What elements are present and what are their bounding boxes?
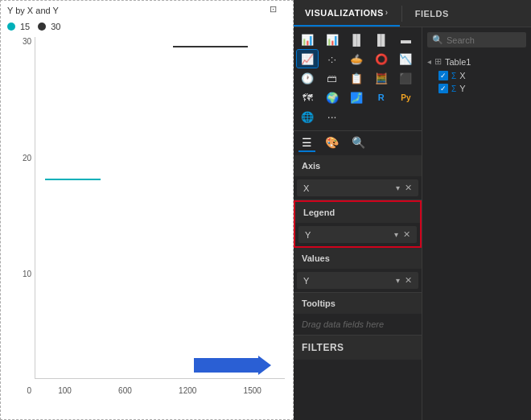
y-label-0: 0 — [17, 386, 33, 395]
collapse-icon: ◂ — [427, 57, 431, 66]
values-section: Values Y ▾ ✕ — [294, 248, 422, 293]
viz-chevron: › — [385, 8, 389, 17]
globe-map-icon[interactable]: 🌐 — [297, 108, 318, 126]
arrow-body — [194, 358, 258, 373]
legend-header: Legend — [295, 202, 420, 223]
legend-dot-2 — [38, 23, 46, 31]
100pct-bar-icon[interactable]: ▬ — [395, 31, 416, 48]
line-series-dark — [173, 46, 248, 47]
tooltips-header: Tooltips — [294, 293, 422, 314]
viz-left-panel: 📊 📊 ▐▌ ▐▌ ▬ 📈 ·:· 🥧 ⭕ 📉 🕐 🗃 📋 🧮 ⬛ 🗺 — [294, 27, 422, 420]
table-viz-icon[interactable]: 📋 — [346, 69, 367, 87]
legend-remove-icon[interactable]: ✕ — [403, 229, 410, 240]
x-label-600: 600 — [118, 386, 132, 395]
viz-icons-grid: 📊 📊 ▐▌ ▐▌ ▬ 📈 ·:· 🥧 ⭕ 📉 🕐 🗃 📋 🧮 ⬛ 🗺 — [294, 27, 422, 129]
legend-value-2: 30 — [51, 22, 60, 31]
field-item-x: ✓ Σ X — [438, 69, 526, 82]
arrow-tip — [258, 356, 271, 375]
table-icon: ⊞ — [434, 56, 442, 67]
waterfall-icon[interactable]: ⬛ — [395, 69, 416, 87]
column-chart-icon[interactable]: ▐▌ — [346, 31, 367, 48]
field-checkbox-y[interactable]: ✓ — [438, 84, 448, 93]
y-label-20: 20 — [17, 154, 33, 163]
fields-search-input[interactable] — [447, 35, 511, 45]
axis-header: Axis — [294, 155, 422, 176]
x-label-100: 100 — [58, 386, 72, 395]
gauge-icon[interactable]: 🕐 — [297, 69, 318, 87]
line-series-teal — [45, 179, 100, 180]
right-panel: VISUALIZATIONS › FIELDS 📊 📊 ▐▌ ▐▌ ▬ 📈 ·:… — [294, 0, 531, 420]
fields-search-box[interactable]: 🔍 — [427, 32, 526, 47]
shape-map-icon[interactable]: 🗾 — [346, 89, 367, 106]
axis-field-value: X — [303, 183, 396, 193]
x-label-1200: 1200 — [179, 386, 196, 395]
legend-field-row: Y ▾ ✕ — [298, 226, 417, 243]
axis-field-icons: ▾ ✕ — [396, 183, 412, 193]
line-scatter-icon[interactable]: 📈 — [297, 50, 318, 68]
values-field-row: Y ▾ ✕ — [297, 272, 418, 289]
panel-divider — [401, 6, 402, 22]
x-label-1500: 1500 — [244, 386, 261, 395]
format-panel: Axis X ▾ ✕ Legend Y ▾ — [294, 155, 422, 420]
more-visuals-icon[interactable]: ··· — [322, 108, 343, 126]
stacked-bar-icon[interactable]: 📊 — [322, 31, 343, 48]
axis-section: Axis X ▾ ✕ — [294, 155, 422, 200]
donut-icon[interactable]: ⭕ — [371, 50, 392, 68]
filters-header: FILTERS — [294, 336, 422, 360]
chart-canvas: 30 20 10 0 100 600 1200 1500 — [17, 37, 285, 395]
filled-map-icon[interactable]: 🌍 — [322, 89, 343, 106]
field-item-y: ✓ Σ Y — [438, 82, 526, 95]
values-remove-icon[interactable]: ✕ — [405, 275, 412, 286]
table1-header[interactable]: ◂ ⊞ Table1 — [427, 54, 526, 69]
search-icon: 🔍 — [432, 35, 443, 45]
field-sigma-y: Σ — [451, 84, 456, 93]
fields-panel: 🔍 ◂ ⊞ Table1 ✓ Σ X ✓ Σ — [422, 27, 531, 420]
values-chevron-icon[interactable]: ▾ — [396, 276, 400, 285]
x-axis-labels: 100 600 1200 1500 — [35, 379, 285, 395]
values-header: Values — [294, 248, 422, 269]
legend-field-icons: ▾ ✕ — [394, 229, 410, 240]
map-icon[interactable]: 🗺 — [297, 89, 318, 106]
axis-chevron-icon[interactable]: ▾ — [396, 183, 400, 192]
chart-panel: Y by X and Y ⊡ 15 30 30 20 10 0 100 600 … — [0, 0, 294, 420]
y-label-30: 30 — [17, 37, 33, 46]
viz-format-tools: ☰ 🎨 🔍 — [294, 130, 422, 155]
field-checkbox-x[interactable]: ✓ — [438, 71, 448, 80]
panel-header: VISUALIZATIONS › FIELDS — [294, 0, 531, 27]
y-axis-labels: 30 20 10 0 — [17, 37, 33, 395]
analytics-tool-icon[interactable]: 🔍 — [348, 134, 368, 152]
legend-section: Legend Y ▾ ✕ — [294, 200, 422, 248]
chart-title: Y by X and Y — [7, 6, 59, 15]
table-name: Table1 — [445, 57, 471, 67]
tooltips-section: Tooltips Drag data fields here — [294, 293, 422, 336]
chart-legend: 15 30 — [7, 22, 61, 31]
stacked-col-icon[interactable]: ▐▌ — [371, 31, 392, 48]
chart-plot — [35, 37, 285, 379]
field-name-x: X — [459, 71, 465, 80]
python-visual-icon[interactable]: Py — [395, 89, 416, 106]
funnel-icon[interactable]: 📉 — [395, 50, 416, 68]
legend-field-value: Y — [305, 230, 394, 240]
card-icon[interactable]: 🗃 — [322, 69, 343, 87]
values-field-value: Y — [303, 276, 396, 286]
axis-field-row: X ▾ ✕ — [297, 179, 418, 196]
bar-chart-icon[interactable]: 📊 — [297, 31, 318, 48]
legend-chevron-icon[interactable]: ▾ — [394, 230, 398, 239]
legend-arrow — [194, 356, 271, 375]
fields-items: ✓ Σ X ✓ Σ Y — [427, 69, 526, 95]
format-tool-icon[interactable]: 🎨 — [322, 134, 342, 152]
chart-expand-icon[interactable]: ⊡ — [270, 4, 277, 14]
scatter-icon[interactable]: ·:· — [322, 50, 343, 68]
pie-icon[interactable]: 🥧 — [346, 50, 367, 68]
fields-tree: ◂ ⊞ Table1 ✓ Σ X ✓ Σ Y — [422, 51, 531, 98]
legend-dot-1 — [7, 23, 15, 31]
tab-fields[interactable]: FIELDS — [404, 0, 460, 27]
tab-visualizations[interactable]: VISUALIZATIONS › — [294, 0, 400, 27]
fields-tool-icon[interactable]: ☰ — [298, 134, 315, 152]
r-visual-icon[interactable]: R — [371, 89, 392, 106]
axis-remove-icon[interactable]: ✕ — [405, 183, 412, 193]
matrix-icon[interactable]: 🧮 — [371, 69, 392, 87]
values-field-icons: ▾ ✕ — [396, 275, 412, 286]
tooltips-placeholder: Drag data fields here — [294, 314, 422, 335]
field-sigma-x: Σ — [451, 72, 456, 80]
